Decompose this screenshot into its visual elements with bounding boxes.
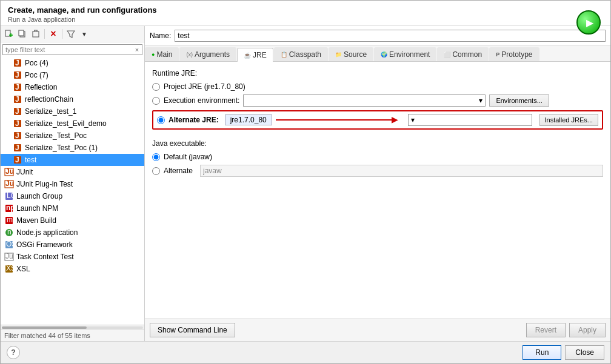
exec-env-dropdown[interactable]: ▾	[243, 94, 486, 107]
tab-common[interactable]: ⬜ Common	[437, 47, 489, 61]
list-item-label: reflectionChain	[25, 95, 142, 104]
list-item-label: Task Context Test	[16, 253, 142, 261]
list-item[interactable]: J Serialize_test_1	[1, 105, 144, 117]
toolbar-separator	[44, 29, 45, 39]
dialog-footer: ? Run Close	[1, 341, 610, 363]
alternate-jre-row: Alternate JRE: jre1.7.0_80 ▶ ▾ Installed…	[152, 110, 603, 130]
config-tree: J Poc (4) J Poc (7) J Reflection J refle…	[1, 57, 144, 325]
new-config-button[interactable]	[3, 28, 15, 40]
jre-tab-icon: ☕	[244, 52, 251, 59]
alternate-jre-dropdown[interactable]: ▾	[408, 114, 532, 126]
list-item[interactable]: J Poc (4)	[1, 57, 144, 69]
svg-text:J: J	[15, 156, 19, 164]
list-item-label: Serialize_Test_Poc	[25, 131, 142, 140]
tab-environment[interactable]: 🌍 Environment	[374, 47, 436, 61]
search-clear-button[interactable]: ×	[132, 45, 142, 55]
java-icon: J	[13, 155, 22, 165]
list-item[interactable]: J reflectionChain	[1, 93, 144, 105]
revert-button[interactable]: Revert	[526, 323, 566, 337]
duplicate-config-button[interactable]	[16, 28, 28, 40]
list-item[interactable]: npm Launch NPM	[1, 202, 144, 214]
tab-prototype-label: Prototype	[501, 50, 532, 59]
list-item[interactable]: Ju Task Context Test	[1, 251, 144, 263]
svg-text:J: J	[15, 83, 19, 91]
run-button[interactable]: Run	[523, 345, 561, 360]
alternate-jre-radio[interactable]	[157, 116, 165, 124]
search-input[interactable]	[3, 45, 132, 55]
delete-config-button[interactable]	[30, 28, 42, 40]
run-icon[interactable]	[576, 10, 601, 35]
exec-env-label: Execution environment:	[164, 96, 239, 105]
svg-text:J: J	[15, 144, 19, 152]
toolbar-separator-2	[62, 29, 62, 39]
execution-env-row: Execution environment: ▾ Environments...	[152, 94, 603, 107]
list-item[interactable]: J Serialize_Test_Poc (1)	[1, 142, 144, 154]
list-item[interactable]: Ju JUnit Plug-in Test	[1, 178, 144, 190]
list-item[interactable]: m2 Maven Build	[1, 214, 144, 227]
default-javaw-row: Default (javaw)	[152, 153, 603, 161]
nodejs-icon: n	[4, 228, 14, 237]
tab-environment-label: Environment	[389, 50, 430, 59]
environments-button[interactable]: Environments...	[489, 94, 549, 107]
close-button[interactable]: Close	[565, 345, 604, 360]
alternate-exec-input[interactable]	[200, 165, 603, 177]
tab-source-label: Source	[344, 50, 367, 59]
main-dialog: Create, manage, and run configurations R…	[0, 0, 611, 364]
apply-button[interactable]: Apply	[569, 323, 606, 337]
tab-arguments-label: Arguments	[195, 50, 230, 59]
project-jre-radio[interactable]	[152, 83, 160, 91]
arrow-line: ▶	[276, 119, 393, 121]
tab-source[interactable]: 📁 Source	[329, 47, 373, 61]
tab-main[interactable]: ● Main	[145, 47, 179, 61]
common-tab-icon: ⬜	[444, 51, 450, 58]
filter-button[interactable]	[65, 28, 77, 40]
source-tab-icon: 📁	[335, 51, 342, 58]
left-panel: × ▼ × J Poc (4) J Poc (7)	[1, 26, 145, 341]
project-jre-row: Project JRE (jre1.7.0_80)	[152, 82, 603, 91]
svg-text:J: J	[15, 71, 19, 79]
remove-config-button[interactable]: ×	[47, 28, 59, 40]
exec-env-radio[interactable]	[152, 97, 160, 105]
svg-text:n: n	[7, 228, 12, 236]
maven-icon: m2	[4, 216, 14, 225]
more-button[interactable]: ▼	[78, 28, 90, 40]
list-item[interactable]: J Poc (7)	[1, 69, 144, 81]
alternate-jre-value: jre1.7.0_80	[225, 114, 272, 125]
list-item[interactable]: n Node.js application	[1, 227, 144, 239]
svg-text:J: J	[15, 107, 19, 116]
list-item[interactable]: J Serialize_Test_Poc	[1, 130, 144, 142]
list-item-label: Poc (7)	[25, 71, 142, 79]
list-item-label: Reflection	[25, 83, 142, 91]
name-input[interactable]	[175, 30, 606, 42]
installed-jres-button[interactable]: Installed JREs...	[539, 114, 598, 126]
list-item-label: XSL	[16, 265, 142, 273]
filter-status: Filter matched 44 of 55 items	[1, 329, 144, 341]
tab-jre[interactable]: ☕ JRE	[237, 48, 273, 62]
tab-common-label: Common	[452, 50, 482, 59]
tab-arguments[interactable]: (x) Arguments	[179, 47, 236, 61]
junit-icon: Ju	[4, 167, 14, 177]
help-button[interactable]: ?	[7, 346, 20, 359]
alternate-exec-row: Alternate	[152, 165, 603, 177]
java-icon: J	[13, 58, 22, 68]
list-item-test[interactable]: J test	[1, 154, 144, 166]
tab-prototype[interactable]: P Prototype	[489, 47, 539, 61]
runtime-jre-label: Runtime JRE:	[152, 69, 603, 78]
name-label: Name:	[150, 31, 171, 40]
java-icon: J	[13, 94, 22, 104]
left-toolbar: × ▼	[1, 26, 144, 42]
list-item[interactable]: J Reflection	[1, 81, 144, 93]
tab-classpath[interactable]: 📋 Classpath	[274, 47, 328, 61]
svg-text:J: J	[15, 119, 19, 128]
list-item-label: Serialize_Test_Poc (1)	[25, 144, 142, 152]
list-item[interactable]: XSL XSL	[1, 263, 144, 275]
list-item[interactable]: J Serialize_test_Evil_demo	[1, 117, 144, 130]
alternate-exec-radio[interactable]	[152, 167, 160, 175]
list-item[interactable]: Ju JUnit	[1, 166, 144, 178]
show-command-line-button[interactable]: Show Command Line	[150, 323, 235, 337]
list-item[interactable]: OSGi OSGi Framework	[1, 239, 144, 251]
default-javaw-radio[interactable]	[152, 153, 160, 161]
dialog-title: Create, manage, and run configurations	[8, 5, 603, 15]
list-item[interactable]: LG Launch Group	[1, 190, 144, 202]
environment-tab-icon: 🌍	[381, 51, 387, 58]
